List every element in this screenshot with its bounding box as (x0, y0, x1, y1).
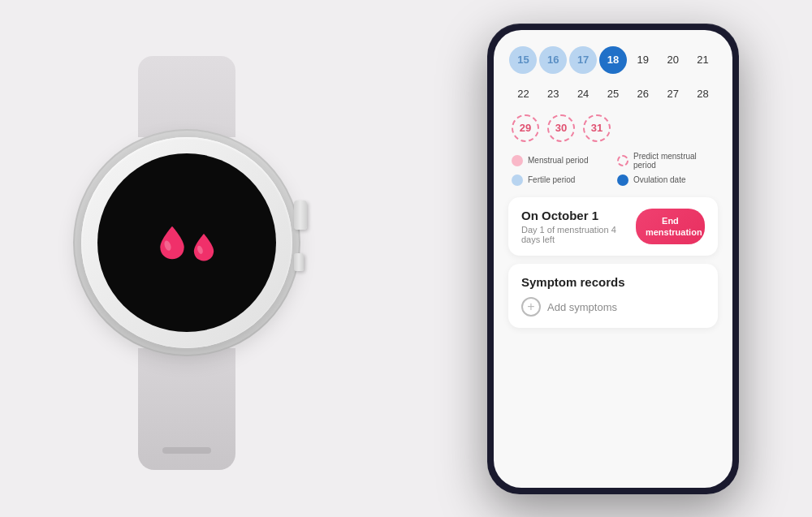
legend-ovulation-dot (617, 174, 628, 186)
menstrual-drops-icon (157, 223, 217, 262)
cal-day-27: 27 (659, 80, 687, 108)
info-card-title: On October 1 (521, 209, 636, 222)
watch-button (294, 253, 304, 271)
cal-day-18: 18 (599, 46, 627, 74)
legend-menstrual: Menstrual period (512, 152, 609, 170)
cal-day-29: 29 (512, 114, 539, 142)
legend-predict-dot (617, 155, 628, 166)
phone-screen: 15 16 17 18 19 20 21 22 23 24 (494, 30, 732, 488)
symptom-card-title: Symptom records (521, 275, 705, 289)
phone-content: 15 16 17 18 19 20 21 22 23 24 (494, 30, 732, 488)
watch-container (49, 56, 325, 462)
info-card-left: On October 1 Day 1 of menstruation 4 day… (521, 209, 636, 244)
cal-day-31: 31 (583, 114, 611, 142)
calendar-legend: Menstrual period Predict menstrual perio… (508, 152, 718, 186)
cal-day-21: 21 (689, 46, 716, 74)
cal-day-19: 19 (629, 46, 657, 74)
watch-band-bottom (138, 348, 235, 470)
cal-day-26: 26 (629, 80, 657, 108)
symptom-card: Symptom records + Add symptoms (508, 264, 718, 328)
cal-day-15: 15 (509, 46, 537, 74)
watch-screen (97, 153, 276, 332)
calendar-row-3: 29 30 31 (508, 114, 718, 142)
calendar-row-1: 15 16 17 18 19 20 21 (508, 46, 718, 74)
legend-fertile: Fertile period (512, 174, 609, 186)
scene: 15 16 17 18 19 20 21 22 23 24 (0, 0, 812, 517)
info-card: On October 1 Day 1 of menstruation 4 day… (508, 197, 718, 256)
end-menstruation-button[interactable]: Endmenstruation (636, 209, 705, 245)
drop-right-icon (191, 231, 217, 262)
legend-ovulation: Ovulation date (617, 174, 715, 186)
legend-menstrual-label: Menstrual period (528, 156, 588, 165)
drop-left-icon (157, 223, 188, 261)
watch-body (65, 121, 309, 364)
phone-container: 15 16 17 18 19 20 21 22 23 24 (487, 24, 739, 494)
legend-fertile-label: Fertile period (528, 175, 575, 184)
legend-predict: Predict menstrual period (617, 152, 715, 170)
phone-body: 15 16 17 18 19 20 21 22 23 24 (487, 24, 739, 494)
add-symptom-row[interactable]: + Add symptoms (521, 297, 705, 317)
add-symptom-label: Add symptoms (547, 301, 617, 313)
legend-predict-label: Predict menstrual period (633, 152, 715, 170)
watch-band-top (138, 56, 235, 137)
cal-day-17: 17 (569, 46, 597, 74)
cal-day-22: 22 (509, 80, 537, 108)
calendar-row-2: 22 23 24 25 26 27 28 (508, 80, 718, 108)
cal-day-23: 23 (539, 80, 567, 108)
add-symptom-icon: + (521, 297, 541, 317)
cal-day-20: 20 (659, 46, 687, 74)
legend-fertile-dot (512, 174, 523, 186)
legend-ovulation-label: Ovulation date (633, 175, 686, 184)
info-card-subtitle: Day 1 of menstruation 4 days left (521, 225, 636, 244)
legend-menstrual-dot (512, 155, 523, 166)
watch-crown (294, 200, 307, 230)
cal-day-30: 30 (547, 114, 575, 142)
cal-day-16: 16 (539, 46, 567, 74)
cal-day-24: 24 (569, 80, 597, 108)
calendar: 15 16 17 18 19 20 21 22 23 24 (508, 46, 718, 142)
cal-day-25: 25 (599, 80, 627, 108)
cal-day-28: 28 (689, 80, 716, 108)
watch-case (81, 137, 292, 348)
